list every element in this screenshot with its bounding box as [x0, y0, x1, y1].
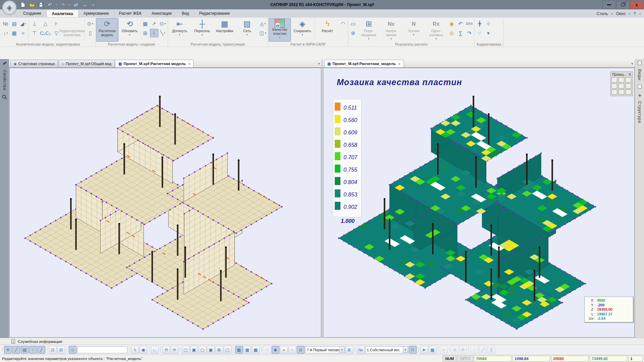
- undo-caret-icon[interactable]: ˅: [56, 3, 57, 6]
- frame-refresh-icon[interactable]: ▦: [141, 19, 150, 28]
- projection-view-icon-6[interactable]: [611, 89, 617, 95]
- tab-calc-model[interactable]: ▦Проект_M.spf:Расчетная модельx: [115, 60, 194, 67]
- circle-snap-icon[interactable]: ◉: [140, 346, 147, 354]
- ruler-icon[interactable]: ▭: [349, 19, 357, 28]
- help-icon[interactable]: ?: [634, 11, 636, 16]
- projection-view-icon-8[interactable]: [626, 89, 631, 95]
- scale-tool-icon[interactable]: ⁘: [471, 346, 478, 354]
- orto-indicator[interactable]: ОРТО: [457, 356, 473, 362]
- beam-section-icon[interactable]: I: [150, 29, 158, 37]
- projection-view-icon-7[interactable]: [619, 89, 624, 95]
- minimize-button[interactable]: [602, 1, 616, 9]
- rotate-ucs-icon[interactable]: ⟲: [162, 346, 170, 354]
- displacements-button[interactable]: ⊞Пере-мещения▾: [358, 18, 380, 42]
- roof-mesh-icon[interactable]: ◬▾: [259, 19, 267, 28]
- move-node-icon[interactable]: ╋: [475, 19, 484, 28]
- box-3-icon[interactable]: ▢: [199, 346, 206, 354]
- menu-tab-Расчет ЖБК[interactable]: Расчет ЖБК: [114, 10, 147, 17]
- structure-panel-tab[interactable]: Структура: [637, 101, 642, 123]
- menu-Стиль[interactable]: Стиль: [597, 11, 608, 16]
- box-5-icon[interactable]: ⊞: [215, 346, 223, 354]
- mesh-button[interactable]: ▨Сеть▾: [236, 18, 258, 42]
- dashed-beam-icon[interactable]: ▯: [86, 29, 95, 37]
- point-tool-icon[interactable]: ⊙▾: [159, 19, 167, 28]
- forces-button[interactable]: NУсилия▾: [402, 18, 425, 42]
- menu-tab-Создание[interactable]: Создание: [18, 10, 46, 17]
- single-node-button[interactable]: RxОдно-узловые▾: [425, 18, 447, 42]
- bridge-icon[interactable]: ◠: [339, 19, 347, 28]
- structure-page-icon[interactable]: [637, 84, 642, 89]
- mirror2-tool-icon[interactable]: ╳: [487, 346, 495, 354]
- workplane-icon[interactable]: ◇: [69, 346, 76, 354]
- mirror-tool-icon[interactable]: ╱: [479, 346, 487, 354]
- loadcase-combo-arrow-icon[interactable]: ▾: [403, 347, 408, 353]
- wireframe-model-canvas[interactable]: [10, 68, 321, 337]
- box-6-icon[interactable]: ▢: [224, 346, 231, 354]
- left-tab-menu-icon[interactable]: ▾: [318, 62, 320, 65]
- undo-icon[interactable]: ↶: [47, 1, 53, 8]
- projection-view-icon-4[interactable]: [619, 83, 624, 88]
- frame-gear-icon[interactable]: ⊞: [141, 29, 150, 37]
- snap-point-icon[interactable]: ⁘: [29, 346, 37, 354]
- load-filter-icon[interactable]: ⊓: [409, 346, 417, 354]
- app-logo-icon[interactable]: ◈: [2, 0, 17, 15]
- service-info-bar[interactable]: Служебная информация: [0, 338, 644, 345]
- tab-calc-model-close-icon[interactable]: x: [189, 62, 191, 66]
- support-pin-icon[interactable]: ⊥: [30, 19, 39, 28]
- search-icon[interactable]: [2, 95, 7, 100]
- menu-tab-Аналитика[interactable]: Аналитика: [46, 10, 78, 17]
- tab-calc-model-right-close-icon[interactable]: x: [398, 62, 400, 66]
- projection-view-icon-2[interactable]: [626, 77, 631, 82]
- snap-node-icon[interactable]: ✛: [4, 346, 12, 354]
- intersect-button[interactable]: ┼Пересечь▾: [191, 18, 213, 42]
- snap-line-icon[interactable]: ╱: [38, 346, 45, 354]
- load-down-icon[interactable]: ↓▾: [1, 29, 10, 37]
- layers-icon[interactable]: ▤: [10, 19, 18, 28]
- align-icon[interactable]: ⊹: [484, 19, 492, 28]
- numbering-icon[interactable]: №: [1, 19, 10, 28]
- calc-model-button[interactable]: ⟳Расчетнаямодель: [96, 18, 118, 42]
- storey-combo[interactable]: 7-й Первый типовой эта▾: [305, 346, 345, 353]
- update-button[interactable]: ⟲Обновить▾: [119, 18, 141, 42]
- cursor-filter-icon[interactable]: ➤: [420, 346, 428, 354]
- apply-icon[interactable]: ✓: [440, 346, 448, 354]
- layer-list-icon[interactable]: ≣: [345, 346, 353, 354]
- table-filter-icon[interactable]: ▦: [429, 346, 436, 354]
- tab-start-page[interactable]: ◆Стартовая страница: [10, 60, 58, 67]
- num-indicator[interactable]: NUM: [442, 356, 457, 362]
- bulb-frame-icon[interactable]: ◙: [272, 346, 279, 354]
- projection-view-icon-0[interactable]: [611, 77, 617, 82]
- right-viewport[interactable]: Мозаика качества пластин 0.5110.5600.609…: [323, 68, 635, 338]
- tab-calc-model-right[interactable]: ▦Проект_M.spf:Расчетная_модельx: [324, 60, 404, 67]
- lamp-graph2-icon[interactable]: ◎: [447, 29, 456, 37]
- support-hang-icon[interactable]: △: [39, 19, 52, 28]
- restore-button[interactable]: [616, 1, 630, 9]
- storey-combo-arrow-icon[interactable]: ▾: [339, 347, 344, 353]
- lock-screen-icon[interactable]: ⊡: [49, 346, 57, 354]
- measure-icon[interactable]: ↔: [82, 1, 88, 8]
- triangulation-settings-button[interactable]: ▩Настройки: [214, 18, 236, 42]
- bulb-off-icon[interactable]: ○: [263, 346, 271, 354]
- bulb-on-icon[interactable]: ●: [280, 346, 288, 354]
- scatter-node-icon[interactable]: ∵: [475, 29, 484, 37]
- right-tab-menu-icon[interactable]: ▾: [631, 62, 633, 65]
- box-2-icon[interactable]: ▣: [190, 346, 198, 354]
- move-tool-icon[interactable]: ✛: [451, 346, 459, 354]
- lock-edit-icon[interactable]: ⊟: [57, 346, 65, 354]
- select-line-icon[interactable]: ↗: [150, 19, 158, 28]
- cube-bulb-icon[interactable]: ◘: [297, 346, 305, 354]
- plate-quality-button[interactable]: αКачествопластин▾: [269, 18, 291, 42]
- delta-hs-icon[interactable]: Δ/hs: [465, 19, 474, 28]
- bulb-small-icon[interactable]: ▫: [288, 346, 296, 354]
- stretch-button[interactable]: ⇤Дотянуть▾: [169, 18, 191, 42]
- ortho-corner-icon[interactable]: ∟: [151, 346, 159, 354]
- axis-target-icon[interactable]: ⊙▾: [86, 19, 95, 28]
- open-file-icon[interactable]: [29, 1, 35, 8]
- stiffness-c1c2-icon[interactable]: C₁C₂: [39, 29, 52, 37]
- new-file-icon[interactable]: [19, 1, 26, 8]
- projection-view-icon-5[interactable]: [626, 83, 631, 88]
- rotate-tool-icon[interactable]: ⟳: [459, 346, 467, 354]
- properties-panel-tab[interactable]: Свойства: [2, 70, 7, 90]
- line-tool-icon[interactable]: ╲▾: [159, 29, 167, 37]
- lamp-graph-icon[interactable]: ◉: [447, 19, 456, 28]
